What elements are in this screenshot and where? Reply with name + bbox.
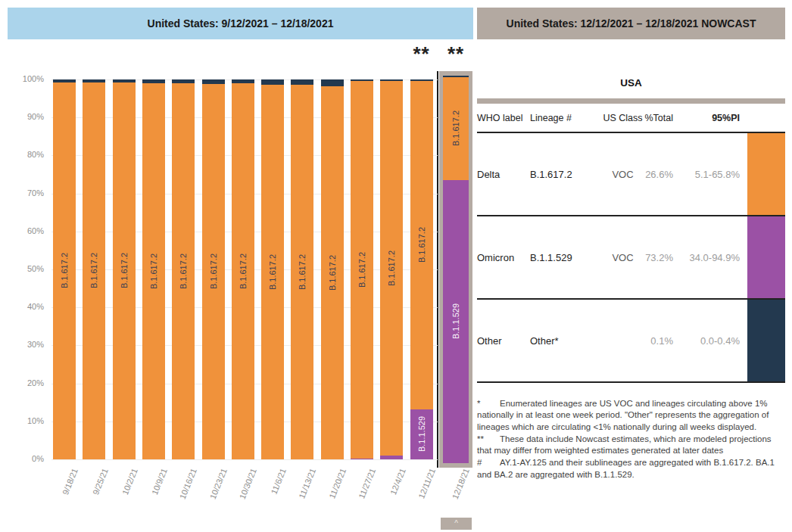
x-axis-date-label: 11/6/21 xyxy=(252,464,279,478)
lineage-label-text: B.1.617.2 xyxy=(451,110,460,146)
delta-segment[interactable]: B.1.617.2 xyxy=(380,81,403,456)
omicron-segment[interactable]: B.1.1.529 xyxy=(410,409,433,459)
x-axis-date-label: 9/25/21 xyxy=(73,464,101,478)
delta-segment[interactable]: B.1.617.2 xyxy=(83,82,105,459)
x-axis-date-label: 11/20/21 xyxy=(307,464,339,478)
lineage-label-text: B.1.1.529 xyxy=(451,303,460,339)
bar-11/27/21: B.1.617.2 xyxy=(351,79,373,459)
bar-10/2/21: B.1.617.2 xyxy=(113,79,136,459)
chevron-up-icon: ^ xyxy=(454,520,458,527)
x-axis-date-label: 10/30/21 xyxy=(217,464,250,478)
omicron-segment[interactable]: B.1.1.529 xyxy=(443,180,469,463)
lineage-label-text: B.1.617.2 xyxy=(89,253,98,288)
bar-11/13/21: B.1.617.2 xyxy=(291,79,313,459)
lineage-label-text: B.1.617.2 xyxy=(417,227,426,263)
delta-color-swatch xyxy=(747,133,785,215)
cell-who: Delta xyxy=(477,169,530,180)
lineage-label: B.1.617.2 xyxy=(142,83,165,459)
delta-segment[interactable]: B.1.617.2 xyxy=(172,83,195,459)
delta-segment[interactable]: B.1.617.2 xyxy=(142,83,165,459)
table-header-row: WHO labelLineage #US Class%Total95%PI xyxy=(477,104,785,133)
scroll-up-button[interactable]: ^ xyxy=(441,518,472,530)
gridline xyxy=(51,459,438,460)
variant-proportions-dashboard: United States: 9/12/2021 – 12/18/2021 Un… xyxy=(0,0,792,532)
delta-segment[interactable]: B.1.617.2 xyxy=(291,85,313,459)
y-axis-tick-label: 40% xyxy=(9,302,44,311)
y-axis-tick-label: 60% xyxy=(9,226,44,235)
lineage-label: B.1.617.2 xyxy=(261,85,284,459)
delta-segment[interactable]: B.1.617.2 xyxy=(321,86,344,459)
y-axis-tick-label: 0% xyxy=(9,454,44,463)
y-axis-tick-label: 50% xyxy=(9,264,44,273)
lineage-label-text: B.1.1.529 xyxy=(417,416,426,452)
lineage-label: B.1.617.2 xyxy=(410,81,433,409)
column-header-total: %Total xyxy=(644,113,685,123)
omicron-segment[interactable] xyxy=(351,459,373,460)
delta-segment[interactable]: B.1.617.2 xyxy=(232,83,254,459)
lineage-label: B.1.617.2 xyxy=(83,82,105,459)
nowcast-summary-table: USA WHO labelLineage #US Class%Total95%P… xyxy=(477,73,785,481)
lineage-label-text: B.1.617.2 xyxy=(60,253,69,288)
bar-10/9/21: B.1.617.2 xyxy=(142,79,165,459)
cell-class: VOC xyxy=(602,169,644,180)
cell-total: 73.2% xyxy=(644,252,685,263)
delta-segment[interactable]: B.1.617.2 xyxy=(351,81,373,459)
delta-segment[interactable]: B.1.617.2 xyxy=(53,82,76,459)
table-row-other[interactable]: OtherOther*0.1%0.0-0.4% xyxy=(477,300,785,383)
lineage-label-text: B.1.617.2 xyxy=(387,250,396,286)
y-axis-tick-label: 20% xyxy=(9,378,44,387)
y-axis-tick-label: 90% xyxy=(9,112,44,121)
cell-who: Omicron xyxy=(477,252,530,263)
footnotes: *Enumerated lineages are US VOC and line… xyxy=(477,398,785,481)
bar-10/30/21: B.1.617.2 xyxy=(232,79,254,459)
footnote: #AY.1-AY.125 and their sublineages are a… xyxy=(477,457,785,481)
table-row-omicron[interactable]: OmicronB.1.1.529VOC73.2%34.0-94.9% xyxy=(477,216,785,300)
omicron-segment[interactable] xyxy=(380,456,403,459)
delta-segment[interactable]: B.1.617.2 xyxy=(202,84,225,459)
lineage-label: B.1.617.2 xyxy=(172,83,195,459)
delta-segment[interactable]: B.1.617.2 xyxy=(261,85,284,459)
other-segment[interactable] xyxy=(291,79,313,85)
other-color-swatch xyxy=(747,300,785,381)
footnote-marker: # xyxy=(477,457,500,468)
cell-pi: 0.0-0.4% xyxy=(685,335,747,347)
other-segment[interactable] xyxy=(321,79,344,86)
y-axis-tick-label: 30% xyxy=(9,340,44,349)
delta-segment[interactable]: B.1.617.2 xyxy=(113,82,136,459)
bar-9/18/21: B.1.617.2 xyxy=(53,79,76,459)
lineage-label: B.1.617.2 xyxy=(113,82,136,459)
bar-12/18/21: B.1.617.2B.1.1.529 xyxy=(443,76,469,463)
footnote-marker: ** xyxy=(477,434,500,445)
lineage-label-text: B.1.617.2 xyxy=(357,252,366,288)
lineage-label: B.1.617.2 xyxy=(351,81,373,459)
cell-pi: 5.1-65.8% xyxy=(685,169,747,180)
lineage-label: B.1.617.2 xyxy=(232,83,254,459)
column-header-lineage: Lineage # xyxy=(530,113,602,123)
footnote-text: AY.1-AY.125 and their sublineages are ag… xyxy=(477,458,775,478)
cell-who: Other xyxy=(477,335,530,347)
lineage-label-text: B.1.617.2 xyxy=(120,253,129,288)
delta-segment[interactable]: B.1.617.2 xyxy=(410,81,433,409)
lineage-label-text: B.1.617.2 xyxy=(239,254,248,289)
x-axis-date-label: 10/16/21 xyxy=(157,464,190,478)
nowcast-asterisk-annotation: ** xyxy=(447,42,464,66)
x-axis-date-label: 10/23/21 xyxy=(188,464,220,478)
table-row-delta[interactable]: DeltaB.1.617.2VOC26.6%5.1-65.8% xyxy=(477,133,785,216)
x-axis-date-label: 12/4/21 xyxy=(371,464,399,478)
cell-lineage: B.1.617.2 xyxy=(530,169,602,180)
lineage-label: B.1.617.2 xyxy=(53,82,76,459)
column-header-class: US Class xyxy=(602,113,644,123)
x-axis-date-label: 12/11/21 xyxy=(397,464,429,478)
lineage-label: B.1.617.2 xyxy=(443,77,469,180)
cell-total: 0.1% xyxy=(644,335,685,347)
cell-lineage: Other* xyxy=(530,335,602,347)
x-axis-date-label: 11/27/21 xyxy=(337,464,369,478)
y-axis-tick-label: 100% xyxy=(9,74,44,83)
bar-11/6/21: B.1.617.2 xyxy=(261,79,284,459)
delta-segment[interactable]: B.1.617.2 xyxy=(443,77,469,180)
bar-12/4/21: B.1.617.2 xyxy=(380,79,403,459)
lineage-label: B.1.617.2 xyxy=(291,85,313,459)
lineage-label: B.1.617.2 xyxy=(321,86,344,459)
lineage-label-text: B.1.617.2 xyxy=(298,254,307,290)
bar-9/25/21: B.1.617.2 xyxy=(83,79,105,459)
